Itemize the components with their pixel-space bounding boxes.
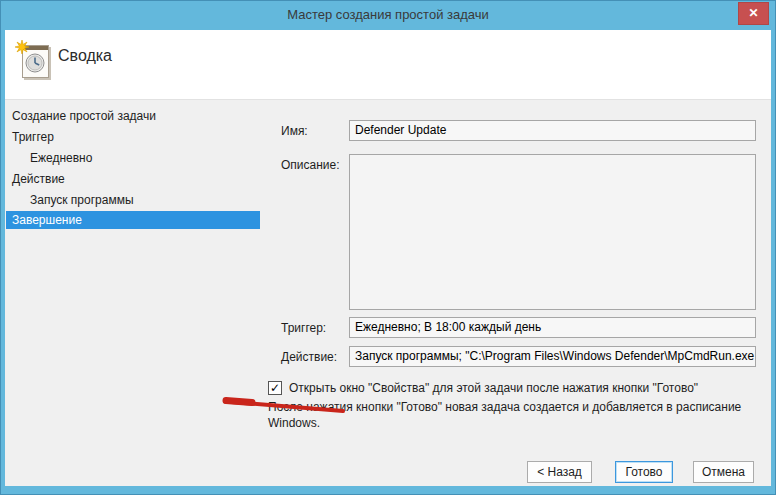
- page-title: Сводка: [58, 47, 112, 65]
- checkmark-icon: ✓: [270, 381, 280, 395]
- back-button[interactable]: < Назад: [527, 461, 592, 483]
- task-wizard-icon: [13, 38, 55, 90]
- dialog-content: Сводка Создание простой задачи Триггер Е…: [5, 30, 771, 486]
- titlebar[interactable]: Мастер создания простой задачи: [1, 1, 775, 30]
- close-icon: ✕: [748, 6, 758, 20]
- description-field[interactable]: [349, 154, 756, 310]
- finish-button[interactable]: Готово: [615, 461, 673, 483]
- window-title: Мастер создания простой задачи: [287, 7, 489, 22]
- sidebar-item-trigger[interactable]: Триггер: [6, 128, 260, 147]
- sidebar-item-daily[interactable]: Ежедневно: [6, 149, 260, 168]
- sidebar-item-run-program[interactable]: Запуск программы: [6, 191, 260, 210]
- open-properties-checkbox[interactable]: ✓: [268, 381, 282, 395]
- sidebar-item-action[interactable]: Действие: [6, 170, 260, 189]
- action-field[interactable]: Запуск программы; "C:\Program Files\Wind…: [349, 346, 756, 367]
- wizard-body: Создание простой задачи Триггер Ежедневн…: [5, 101, 771, 486]
- description-label: Описание:: [281, 155, 340, 175]
- wizard-window: Мастер создания простой задачи ✕ Сводка: [0, 0, 776, 495]
- wizard-steps-sidebar: Создание простой задачи Триггер Ежедневн…: [5, 101, 263, 486]
- trigger-label: Триггер:: [281, 318, 326, 338]
- sidebar-item-create-task[interactable]: Создание простой задачи: [6, 107, 260, 126]
- finish-note: После нажатия кнопки "Готово" новая зада…: [268, 399, 750, 431]
- open-properties-label[interactable]: Открыть окно "Свойства" для этой задачи …: [289, 380, 698, 396]
- trigger-field[interactable]: Ежедневно; В 18:00 каждый день: [349, 317, 756, 338]
- name-label: Имя:: [281, 121, 308, 141]
- sidebar-item-finish[interactable]: Завершение: [6, 211, 260, 229]
- close-button[interactable]: ✕: [738, 2, 769, 25]
- action-label: Действие:: [281, 347, 337, 367]
- cancel-button[interactable]: Отмена: [693, 461, 754, 483]
- wizard-header: Сводка: [5, 30, 771, 100]
- name-field[interactable]: Defender Update: [349, 120, 756, 141]
